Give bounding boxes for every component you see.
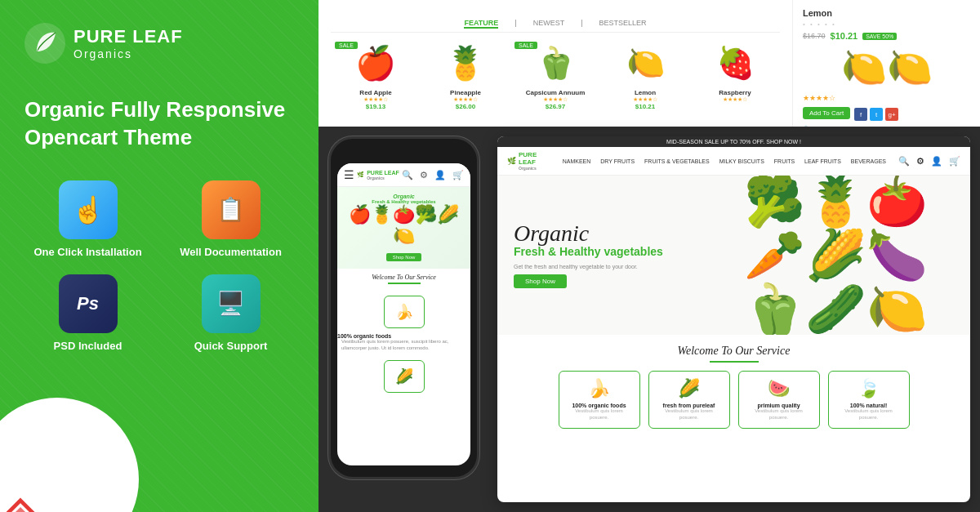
right-panel: FEATURE | NEWEST | BESTSELLER SALE 🍎 Red… (318, 0, 980, 512)
phone-nav-icons: 🔍 ⚙ 👤 🛒 (402, 170, 464, 180)
natural-card-title: 100% natural! (835, 403, 902, 408)
hero-image-side: 🥦🍍🍅🥕🌽🍆🫑🥒🍋 (709, 176, 970, 335)
organic-card-desc: Vestibulum quis lorem posuere. (566, 408, 633, 421)
hero-text-side: Organic Fresh & Healthy vagetables Get t… (497, 176, 709, 335)
hand-pointer-icon: ☝️ (72, 194, 105, 225)
corn-service-icon: 🌽 (656, 378, 723, 399)
hero-organic-text: Organic (514, 222, 693, 245)
desktop-nav-links: NAMKEEN DRY FRUITS FRUITS & VEGETABLES M… (563, 158, 886, 164)
features-grid: ☝️ One Click Installation 📋 Well Documen… (0, 152, 318, 381)
lemon-price-row: $16.70 $10.21 SAVE 50% (803, 31, 970, 41)
desktop-logo-main: PURE LEAF (519, 151, 550, 166)
desktop-settings-icon[interactable]: ⚙ (916, 156, 924, 167)
organic-card-title: 100% organic foods (566, 403, 633, 408)
nav-beverages[interactable]: BEVERAGES (851, 158, 886, 164)
service-card-natural: 🍃 100% natural! Vestibulum quis lorem po… (828, 371, 910, 429)
top-showcase: FEATURE | NEWEST | BESTSELLER SALE 🍎 Red… (318, 0, 980, 127)
phone-food-title: 100% organic foods (337, 333, 470, 339)
tagline: Organic Fully Responsive Opencart Theme (0, 64, 318, 152)
natural-card-desc: Vestibulum quis lorem posuere. (835, 408, 902, 421)
desktop-cart-icon[interactable]: 🛒 (949, 156, 960, 167)
phone-food-icon-card2: 🌽 (384, 360, 425, 393)
desktop-service-underline (710, 361, 759, 363)
tab-separator-1: | (514, 19, 516, 29)
pineapple-image: 🍍 (441, 41, 490, 86)
product-card-pineapple: 🍍 Pineapple ★★★★☆ $26.00 (421, 38, 510, 114)
leaf-service-icon: 🍃 (835, 378, 902, 399)
hero-desc: Get the fresh and healthy vegetable to y… (514, 264, 693, 269)
google-plus-button[interactable]: g+ (885, 108, 898, 121)
desktop-logo: 🌿 PURE LEAF Organics (507, 151, 550, 171)
lemon-save-badge: SAVE 50% (862, 33, 897, 40)
logo-sub: Organics (74, 47, 183, 60)
settings-icon[interactable]: ⚙ (420, 170, 428, 180)
tab-separator-2: | (581, 19, 582, 29)
tab-feature[interactable]: FEATURE (464, 19, 498, 29)
tab-newest[interactable]: NEWEST (533, 19, 565, 29)
apple-price: $19.13 (366, 103, 385, 110)
twitter-button[interactable]: t (870, 108, 883, 121)
cart-icon[interactable]: 🛒 (452, 170, 464, 180)
pineapple-name: Pineapple (450, 89, 481, 96)
feature-one-click: ☝️ One Click Installation (24, 180, 151, 258)
product-cards-row: SALE 🍎 Red Apple ★★★★☆ $19.13 🍍 Pineappl… (331, 38, 780, 114)
nav-leaf-fruits[interactable]: LEAF FRUITS (804, 158, 841, 164)
phone-mockup: ☰ 🌿 PURE LEAF Organics 🔍 ⚙ 👤 (328, 136, 488, 502)
desktop-service-section: Welcome To Our Service 🍌 100% organic fo… (497, 335, 970, 439)
logo-text: PURE LEAF Organics (74, 26, 183, 60)
user-icon[interactable]: 👤 (434, 170, 446, 180)
capsicum-price: $26.97 (546, 103, 565, 110)
desktop-search-icon[interactable]: 🔍 (898, 156, 910, 167)
capsicum-image: 🫑 (531, 41, 580, 86)
phone-shop-now-button[interactable]: Shop Now (386, 253, 422, 261)
pureleaf-card-desc: Vestibulum quis lorem posuere. (656, 408, 723, 421)
phone-section-underline (388, 283, 421, 284)
psd-icon-box: Ps (59, 274, 118, 333)
desktop-nav-icons: 🔍 ⚙ 👤 🛒 (898, 156, 960, 167)
pineapple-stars: ★★★★☆ (453, 96, 478, 103)
desktop-service-title: Welcome To Our Service (510, 345, 958, 358)
phone-food-desc: Vestibulum quis lorem posuere, suscipit … (337, 339, 470, 352)
product-strip: FEATURE | NEWEST | BESTSELLER SALE 🍎 Red… (318, 0, 792, 127)
desktop-user-icon[interactable]: 👤 (931, 156, 942, 167)
diamond-shape-icon (0, 496, 49, 512)
desktop-mockup: MID-SEASON SALE UP TO 70% OFF. SHOP NOW … (497, 136, 970, 502)
phone-screen: ☰ 🌿 PURE LEAF Organics 🔍 ⚙ 👤 (337, 163, 470, 465)
lemon-dots: • • • • • (803, 20, 970, 28)
add-to-cart-button[interactable]: Add To Cart (803, 107, 850, 119)
one-click-label: One Click Installation (33, 246, 141, 258)
leaf-icon-desktop: 🌿 (507, 157, 516, 165)
apple-stars: ★★★★☆ (363, 96, 388, 103)
psd-label: PSD Included (54, 340, 122, 352)
nav-dry-fruits[interactable]: DRY FRUITS (600, 158, 635, 164)
raspberry-name: Raspberry (719, 89, 751, 96)
search-icon[interactable]: 🔍 (402, 170, 413, 180)
desktop-shop-now-button[interactable]: Shop Now (514, 274, 567, 288)
nav-fruits-veg[interactable]: FRUITS & VEGETABLES (644, 158, 710, 164)
nav-namkeen[interactable]: NAMKEEN (563, 158, 591, 164)
documentation-label: Well Documentation (180, 246, 282, 258)
main-content: ☰ 🌿 PURE LEAF Organics 🔍 ⚙ 👤 (318, 127, 980, 512)
apple-name: Red Apple (359, 89, 391, 96)
lemon-price: $10.21 (635, 103, 655, 110)
hamburger-icon[interactable]: ☰ (344, 168, 354, 181)
social-buttons: f t g+ (854, 108, 898, 121)
tab-bestseller[interactable]: BESTSELLER (599, 19, 647, 29)
desktop-hero: Organic Fresh & Healthy vagetables Get t… (497, 176, 970, 335)
leaf-icon-small: 🌿 (357, 171, 364, 178)
phone-service-title: Welcome To Our Service (344, 274, 464, 281)
banana-service-icon: 🍌 (566, 378, 633, 399)
document-icon: 📋 (216, 196, 245, 223)
raspberry-image: 🍓 (710, 41, 760, 86)
phone-notch (376, 149, 433, 158)
product-tabs: FEATURE | NEWEST | BESTSELLER (331, 14, 780, 33)
logo-main: PURE LEAF (74, 26, 183, 47)
product-strip-content: FEATURE | NEWEST | BESTSELLER SALE 🍎 Red… (331, 14, 780, 114)
hero-vegetables-image: 🥦🍍🍅🥕🌽🍆🫑🥒🍋 (744, 176, 936, 335)
nav-fruits[interactable]: FRUITS (774, 158, 795, 164)
service-card-quality: 🍉 primium quality Vestibulum quis lorem … (738, 371, 820, 429)
phone-icon-card-area: 🍌 (337, 291, 470, 333)
nav-milky[interactable]: MILKY BISCUITS (719, 158, 764, 164)
facebook-button[interactable]: f (854, 108, 867, 121)
pineapple-price: $26.00 (456, 103, 475, 110)
